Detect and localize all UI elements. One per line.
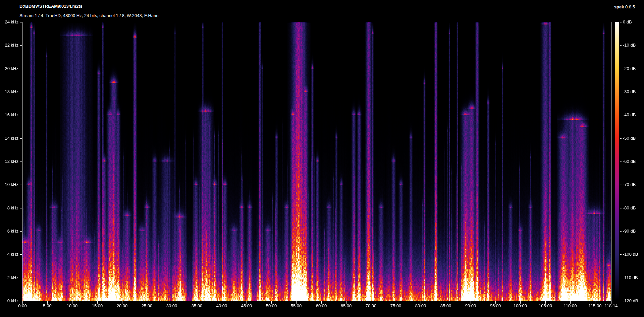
- freq-tick-label: 14 kHz: [0, 136, 18, 141]
- db-tick: [620, 22, 622, 22]
- time-tick-label: 35:00: [185, 304, 209, 308]
- time-tick-label: 30:00: [160, 304, 184, 308]
- db-tick: [620, 45, 622, 46]
- time-tick-label: 40:00: [210, 304, 234, 308]
- plot-border: [22, 22, 611, 301]
- time-tick-label: 110:00: [558, 304, 582, 308]
- time-tick-label: 5:00: [35, 304, 59, 308]
- time-tick-label: 10:00: [60, 304, 84, 308]
- freq-tick: [20, 69, 22, 69]
- time-tick-label: 85:00: [434, 304, 458, 308]
- db-tick-label: -30 dB: [623, 89, 636, 94]
- time-tick-label: 105:00: [533, 304, 557, 308]
- db-tick: [620, 162, 622, 162]
- freq-tick: [20, 185, 22, 185]
- freq-tick: [20, 92, 22, 92]
- freq-tick: [20, 231, 22, 232]
- app-version-label: spek 0.8.5: [614, 4, 635, 9]
- db-tick-label: -40 dB: [623, 113, 636, 117]
- time-tick-label: 55:00: [284, 304, 308, 308]
- time-tick-label: 20:00: [110, 304, 134, 308]
- freq-tick: [20, 162, 22, 162]
- db-tick: [620, 231, 622, 232]
- time-tick-label: 75:00: [384, 304, 408, 308]
- db-tick: [620, 301, 622, 301]
- stream-info-label: Stream 1 / 4: TrueHD, 48000 Hz, 24 bits,…: [19, 13, 159, 18]
- freq-tick-label: 22 kHz: [0, 43, 18, 48]
- freq-tick-label: 4 kHz: [0, 252, 18, 257]
- time-tick-label: 50:00: [259, 304, 283, 308]
- db-tick-label: -80 dB: [623, 206, 636, 210]
- freq-tick-label: 16 kHz: [0, 113, 18, 117]
- db-tick: [620, 92, 622, 92]
- db-tick-label: -120 dB: [623, 299, 638, 303]
- db-tick: [620, 138, 622, 139]
- freq-tick: [20, 254, 22, 255]
- db-tick-label: -100 dB: [623, 252, 638, 257]
- db-tick-label: 0 dB: [623, 20, 632, 24]
- freq-tick: [20, 301, 22, 301]
- db-tick: [620, 185, 622, 185]
- freq-tick: [20, 45, 22, 46]
- db-tick: [620, 115, 622, 115]
- time-tick-label: 118:14: [599, 304, 623, 308]
- app-name: spek: [614, 4, 624, 9]
- time-tick-label: 90:00: [459, 304, 483, 308]
- time-tick-label: 80:00: [409, 304, 433, 308]
- freq-tick-label: 24 kHz: [0, 20, 18, 24]
- freq-tick-label: 6 kHz: [0, 229, 18, 234]
- time-tick-label: 15:00: [85, 304, 109, 308]
- db-tick-label: -90 dB: [623, 229, 636, 234]
- db-tick: [620, 278, 622, 278]
- freq-tick-label: 20 kHz: [0, 66, 18, 71]
- freq-tick-label: 8 kHz: [0, 206, 18, 210]
- freq-tick: [20, 208, 22, 208]
- freq-tick-label: 18 kHz: [0, 89, 18, 94]
- file-title: D:\BDMV\STREAM\00134.m2ts: [19, 4, 83, 9]
- freq-tick-label: 2 kHz: [0, 275, 18, 280]
- db-tick-label: -60 dB: [623, 159, 636, 164]
- db-tick: [620, 69, 622, 69]
- db-tick-label: -110 dB: [623, 275, 638, 280]
- colorbar: [615, 22, 619, 301]
- time-tick-label: 45:00: [234, 304, 259, 308]
- time-tick-label: 0:00: [10, 304, 35, 308]
- freq-tick: [20, 138, 22, 139]
- db-tick: [620, 208, 622, 208]
- freq-tick-label: 10 kHz: [0, 182, 18, 187]
- time-tick-label: 95:00: [483, 304, 507, 308]
- freq-tick: [20, 22, 22, 22]
- time-tick-label: 25:00: [135, 304, 159, 308]
- time-tick-label: 100:00: [508, 304, 532, 308]
- time-tick-label: 70:00: [359, 304, 383, 308]
- db-tick-label: -70 dB: [623, 182, 636, 187]
- freq-tick: [20, 115, 22, 115]
- db-tick-label: -10 dB: [623, 43, 636, 48]
- db-tick-label: -20 dB: [623, 66, 636, 71]
- spek-window: D:\BDMV\STREAM\00134.m2ts Stream 1 / 4: …: [0, 0, 644, 317]
- db-tick: [620, 254, 622, 255]
- freq-tick: [20, 278, 22, 278]
- freq-tick-label: 12 kHz: [0, 159, 18, 164]
- freq-tick-label: 0 kHz: [0, 299, 18, 303]
- time-tick-label: 60:00: [309, 304, 333, 308]
- app-version-number: 0.8.5: [625, 4, 635, 9]
- db-tick-label: -50 dB: [623, 136, 636, 141]
- time-tick-label: 65:00: [334, 304, 358, 308]
